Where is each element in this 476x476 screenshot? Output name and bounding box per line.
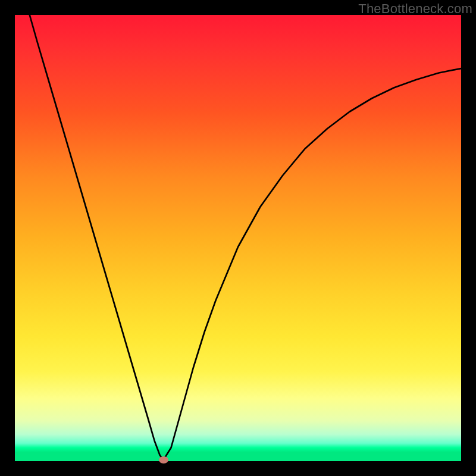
bottleneck-curve bbox=[30, 15, 461, 460]
minimum-marker bbox=[159, 456, 168, 464]
chart-plot-area bbox=[15, 15, 461, 461]
chart-container: TheBottleneck.com bbox=[0, 0, 476, 476]
watermark-text: TheBottleneck.com bbox=[358, 1, 472, 17]
curve-svg bbox=[15, 15, 461, 461]
